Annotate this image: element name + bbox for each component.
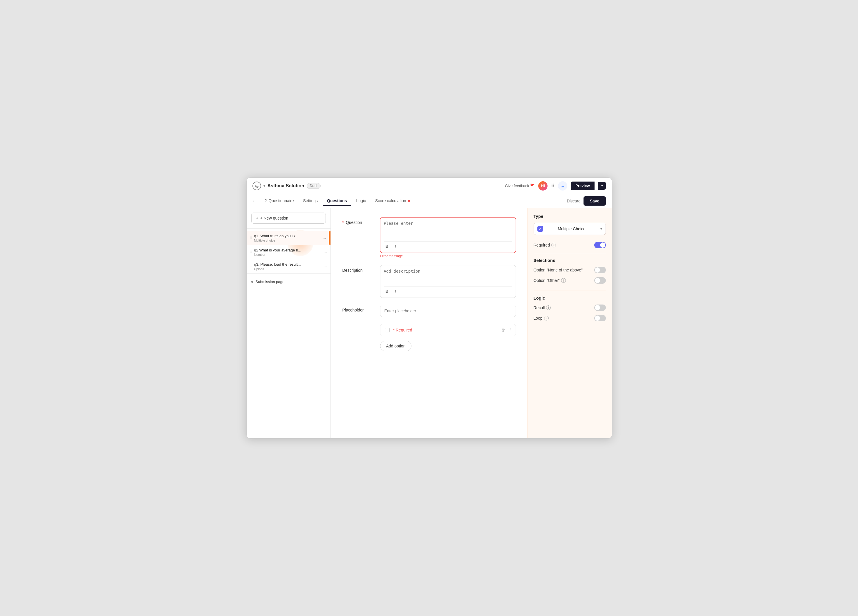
option-row-1: * Required 🗑 ⠿	[380, 324, 516, 336]
cloud-icon[interactable]: ☁	[558, 181, 567, 191]
recall-toggle-thumb	[595, 305, 600, 310]
recall-toggle[interactable]	[594, 304, 606, 311]
drag-handle-icon: ⠿	[250, 236, 252, 240]
selections-title: Selections	[534, 258, 606, 263]
option-other-label: Option "Other" i	[534, 278, 566, 283]
placeholder-row: Placeholder	[342, 305, 516, 317]
description-label: Description	[342, 265, 374, 273]
option-required-label: * Required	[393, 328, 497, 332]
recall-info-icon[interactable]: i	[546, 306, 551, 310]
recall-row: Recall i	[534, 304, 606, 311]
new-question-button[interactable]: + + New question	[251, 213, 326, 223]
right-panel: Type ✓ Multiple Choice ▾ Required i	[527, 208, 612, 438]
other-toggle-thumb	[595, 278, 600, 283]
recall-label: Recall i	[534, 306, 551, 310]
app-window: ◎ ▾ Asthma Solution Draft Give feedback …	[246, 177, 612, 439]
give-feedback-link[interactable]: Give feedback 🚩	[505, 183, 535, 188]
type-dropdown-chevron-icon: ▾	[600, 227, 602, 231]
none-of-above-toggle-thumb	[595, 267, 600, 273]
q1-menu-button[interactable]: ···	[323, 236, 326, 241]
placeholder-input[interactable]	[380, 305, 516, 317]
avatar[interactable]: Hi	[538, 181, 547, 191]
tab-questionnaire[interactable]: ? Questionnaire	[261, 196, 298, 206]
tab-questions[interactable]: Questions	[323, 196, 351, 206]
tab-logic[interactable]: Logic	[352, 196, 370, 206]
option-actions: 🗑 ⠿	[501, 328, 511, 332]
description-toolbar: B I	[384, 286, 512, 294]
q3-menu-button[interactable]: ···	[323, 264, 327, 269]
nav-right-actions: Discard Save	[567, 196, 606, 206]
logic-section: Logic Recall i Loop i	[534, 296, 606, 321]
description-textarea[interactable]	[384, 269, 512, 283]
none-of-above-toggle[interactable]	[594, 267, 606, 273]
question-error-message: Error message	[380, 254, 516, 258]
sidebar-item-q3[interactable]: ⠿ q3. Please, load the result... Upload …	[247, 259, 331, 273]
option-other-row: Option "Other" i	[534, 277, 606, 284]
top-bar: ◎ ▾ Asthma Solution Draft Give feedback …	[247, 178, 612, 194]
question-textarea[interactable]	[384, 221, 512, 238]
type-check-icon: ✓	[537, 226, 543, 232]
option-checkbox[interactable]	[385, 328, 390, 332]
sidebar-item-q2-content: q2 What is your average b... Number	[254, 248, 323, 256]
nav-tabs: ← ? Questionnaire Settings Questions Log…	[247, 194, 612, 208]
loop-toggle-thumb	[595, 315, 600, 321]
tab-score-calculation[interactable]: Score calculation	[371, 196, 414, 206]
bold-button[interactable]: B	[384, 243, 390, 249]
tab-settings[interactable]: Settings	[299, 196, 322, 206]
required-toggle-thumb	[600, 242, 605, 248]
description-field: B I	[380, 265, 516, 298]
add-option-button[interactable]: Add option	[380, 341, 412, 351]
save-button[interactable]: Save	[583, 196, 606, 206]
type-section-title: Type	[534, 214, 606, 219]
required-info-icon[interactable]: i	[551, 243, 556, 247]
drag-handle-icon: ⠿	[250, 250, 252, 254]
placeholder-label: Placeholder	[342, 305, 374, 312]
questionnaire-icon: ?	[264, 199, 267, 203]
other-toggle[interactable]	[594, 277, 606, 284]
question-label: * Question	[342, 217, 374, 225]
type-dropdown-label: Multiple Choice	[546, 227, 598, 231]
description-box: B I	[380, 265, 516, 298]
question-toolbar: B I	[384, 241, 512, 249]
grid-icon[interactable]: ⠿	[551, 183, 555, 189]
other-info-icon[interactable]: i	[561, 278, 566, 283]
preview-dropdown-button[interactable]: ▾	[598, 182, 606, 190]
drag-option-button[interactable]: ⠿	[508, 328, 511, 332]
logo-chevron-icon[interactable]: ▾	[263, 184, 265, 188]
sidebar-divider-2	[247, 273, 331, 274]
desc-bold-button[interactable]: B	[384, 288, 390, 294]
discard-button[interactable]: Discard	[567, 199, 580, 203]
sidebar-item-q1[interactable]: ⠿ q1. What fruits do you lik... Multiple…	[247, 231, 331, 245]
form-area: * Question B I Error message Descr	[331, 208, 527, 438]
panel-divider-1	[534, 253, 606, 253]
type-section: Type ✓ Multiple Choice ▾	[534, 214, 606, 235]
sidebar-item-q1-content: q1. What fruits do you lik... Multiple c…	[254, 234, 323, 242]
top-bar-right: Give feedback 🚩 Hi ⠿ ☁ Preview ▾	[505, 181, 606, 191]
logic-title: Logic	[534, 296, 606, 301]
delete-option-button[interactable]: 🗑	[501, 328, 505, 332]
required-toggle[interactable]	[594, 242, 606, 248]
back-button[interactable]: ←	[252, 199, 257, 203]
preview-button[interactable]: Preview	[571, 182, 594, 190]
loop-toggle[interactable]	[594, 315, 606, 321]
sidebar-item-q3-content: q3. Please, load the result... Upload	[254, 262, 323, 271]
question-field: B I Error message	[380, 217, 516, 258]
sidebar-item-q2[interactable]: ⠿ q2 What is your average b... Number ··…	[247, 245, 331, 259]
q2-menu-button[interactable]: ···	[323, 250, 327, 254]
loop-info-icon[interactable]: i	[544, 316, 549, 320]
question-input-box: B I	[380, 217, 516, 253]
required-label: Required i	[534, 243, 556, 247]
options-area: * Required 🗑 ⠿ Add option	[380, 324, 516, 351]
submission-page-item[interactable]: Submission page	[247, 276, 331, 287]
description-row: Description B I	[342, 265, 516, 298]
question-row: * Question B I Error message	[342, 217, 516, 258]
app-logo-icon[interactable]: ◎	[252, 182, 261, 190]
loop-label: Loop i	[534, 316, 549, 320]
placeholder-field	[380, 305, 516, 317]
desc-italic-button[interactable]: I	[393, 288, 398, 294]
main-content: + + New question ⠿ q1. What fruits do yo…	[247, 208, 612, 438]
type-dropdown[interactable]: ✓ Multiple Choice ▾	[534, 223, 606, 235]
app-title: Asthma Solution	[267, 183, 305, 189]
italic-button[interactable]: I	[393, 243, 398, 249]
panel-divider-2	[534, 290, 606, 291]
